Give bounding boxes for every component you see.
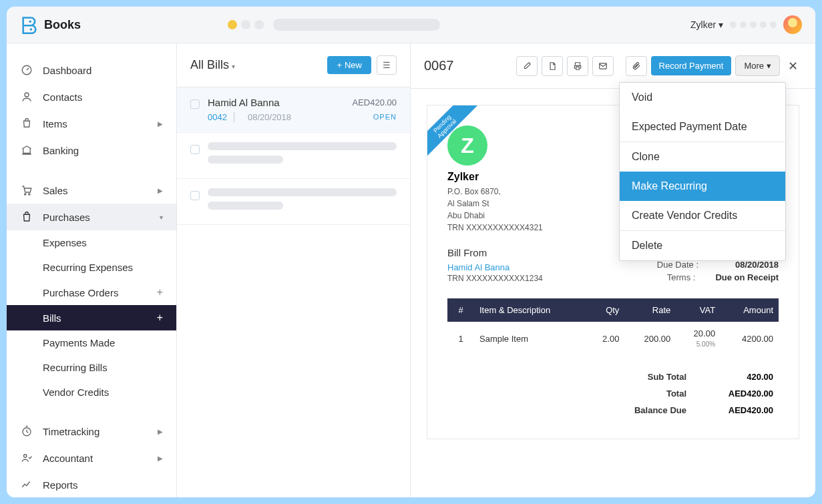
plus-icon[interactable]: + xyxy=(157,286,163,298)
new-button[interactable]: + New xyxy=(327,56,371,74)
more-dropdown: Void Expected Payment Date Clone Make Re… xyxy=(619,82,786,261)
nav-expenses[interactable]: Expenses xyxy=(7,230,176,255)
nav-purchases[interactable]: Purchases ▾ xyxy=(7,204,176,230)
col-item: Item & Description xyxy=(474,298,586,322)
bill-detail-panel: 0067 Record Payment More ▾ ✕ Void Expect… xyxy=(411,43,815,497)
print-button[interactable] xyxy=(567,56,588,76)
nav-label: Banking xyxy=(43,145,79,156)
more-button[interactable]: More ▾ xyxy=(735,55,780,76)
nav-vendor-credits[interactable]: Vendor Credits xyxy=(7,380,176,405)
header-dot xyxy=(770,21,777,28)
nav-sales[interactable]: Sales ▶ xyxy=(7,177,176,204)
checkbox[interactable] xyxy=(190,145,200,154)
bill-list-item-skeleton xyxy=(177,179,410,225)
checkbox[interactable] xyxy=(190,99,200,109)
nav-label: Vendor Credits xyxy=(43,387,109,398)
dropdown-vendor-credits[interactable]: Create Vendor Credits xyxy=(620,201,785,230)
nav-bills[interactable]: Bills+ xyxy=(7,305,176,330)
list-amount: AED420.00 xyxy=(353,97,397,107)
checkbox[interactable] xyxy=(190,191,200,200)
contacts-icon xyxy=(20,90,33,103)
url-placeholder xyxy=(273,19,440,31)
nav-label: Dashboard xyxy=(43,65,91,76)
bills-list-panel: All Bills▾ + New ☰ Hamid Al Banna AED420… xyxy=(177,43,411,497)
timetracking-icon xyxy=(20,425,33,438)
nav-label: Items xyxy=(43,118,67,130)
list-header: All Bills▾ + New ☰ xyxy=(177,43,410,87)
svg-point-5 xyxy=(29,194,30,195)
nav-label: Recurring Bills xyxy=(43,362,108,373)
header-dot xyxy=(740,21,747,28)
nav-label: Contacts xyxy=(43,91,82,103)
record-payment-button[interactable]: Record Payment xyxy=(651,56,732,75)
window-dot xyxy=(241,20,250,29)
nav-contacts[interactable]: Contacts xyxy=(7,83,176,110)
nav-timetracking[interactable]: Timetracking ▶ xyxy=(7,418,176,445)
email-button[interactable] xyxy=(592,56,614,76)
nav-recurring-bills[interactable]: Recurring Bills xyxy=(7,355,176,380)
reports-icon xyxy=(20,478,33,491)
svg-point-0 xyxy=(29,21,31,23)
detail-title: 0067 xyxy=(424,58,454,73)
svg-point-1 xyxy=(30,28,33,31)
col-amount: Amount xyxy=(721,298,779,322)
col-rate: Rate xyxy=(624,298,676,322)
dropdown-clone[interactable]: Clone xyxy=(620,142,785,172)
list-bill-date: 08/20/2018 xyxy=(248,112,291,122)
list-status: OPEN xyxy=(373,113,397,121)
header-dot xyxy=(760,21,767,28)
banking-icon xyxy=(20,144,33,157)
bill-from-label: Bill From xyxy=(447,247,543,258)
chevron-down-icon: ▾ xyxy=(160,214,163,221)
nav-label: Accountant xyxy=(43,453,93,464)
list-bill-number: 0042 xyxy=(208,112,227,122)
items-icon xyxy=(20,117,33,130)
col-num: # xyxy=(447,298,474,322)
bill-from: Bill From Hamid Al Banna TRN XXXXXXXXXXX… xyxy=(447,247,543,285)
app-name: Books xyxy=(44,18,81,32)
header-dot xyxy=(750,21,757,28)
list-menu-button[interactable]: ☰ xyxy=(377,55,397,75)
nav-payments-made[interactable]: Payments Made xyxy=(7,330,176,355)
nav-items[interactable]: Items ▶ xyxy=(7,110,176,137)
dropdown-make-recurring[interactable]: Make Recurring xyxy=(620,172,785,201)
nav-dashboard[interactable]: Dashboard xyxy=(7,57,176,83)
header-dots xyxy=(228,19,440,31)
user-avatar[interactable] xyxy=(783,15,802,34)
nav-banking[interactable]: Banking xyxy=(7,137,176,164)
accountant-icon xyxy=(20,451,33,465)
approval-ribbon: Pending Approval xyxy=(427,105,481,159)
nav-accountant[interactable]: Accountant ▶ xyxy=(7,445,176,471)
svg-point-7 xyxy=(24,455,27,458)
chevron-right-icon: ▶ xyxy=(158,120,163,128)
nav-label: Purchase Orders xyxy=(43,287,118,298)
dropdown-delete[interactable]: Delete xyxy=(620,231,785,260)
nav-label: Expenses xyxy=(43,237,87,248)
bill-from-name[interactable]: Hamid Al Banna xyxy=(447,262,543,272)
books-logo-icon xyxy=(20,15,39,34)
org-switcher[interactable]: Zylker ▾ xyxy=(690,19,723,30)
nav-purchase-orders[interactable]: Purchase Orders+ xyxy=(7,280,176,305)
dropdown-expected-date[interactable]: Expected Payment Date xyxy=(620,112,785,142)
dropdown-void[interactable]: Void xyxy=(620,83,785,112)
bill-totals: Sub Total420.00 TotalAED420.00 Balance D… xyxy=(447,368,779,419)
list-title[interactable]: All Bills▾ xyxy=(190,58,235,72)
bill-line-items-table: # Item & Description Qty Rate VAT Amount xyxy=(447,298,779,355)
nav-label: Payments Made xyxy=(43,337,115,348)
nav-reports[interactable]: Reports xyxy=(7,471,176,497)
pdf-button[interactable] xyxy=(542,56,563,76)
close-button[interactable]: ✕ xyxy=(784,56,802,76)
ribbon-text: Pending Approval xyxy=(427,105,478,159)
purchases-icon xyxy=(20,210,33,224)
edit-button[interactable] xyxy=(516,56,538,76)
window-dot xyxy=(228,20,237,29)
nav-label: Bills xyxy=(43,312,61,324)
col-vat: VAT xyxy=(676,298,721,322)
bill-list-item[interactable]: Hamid Al Banna AED420.00 0042 | 08/20/20… xyxy=(177,87,410,133)
attachment-button[interactable] xyxy=(626,56,647,76)
dashboard-icon xyxy=(20,63,33,77)
nav-recurring-expenses[interactable]: Recurring Expenses xyxy=(7,255,176,280)
plus-icon[interactable]: + xyxy=(157,312,163,324)
sidebar: Dashboard Contacts Items ▶ Banking Sales… xyxy=(7,43,177,497)
nav-label: Reports xyxy=(43,479,78,491)
